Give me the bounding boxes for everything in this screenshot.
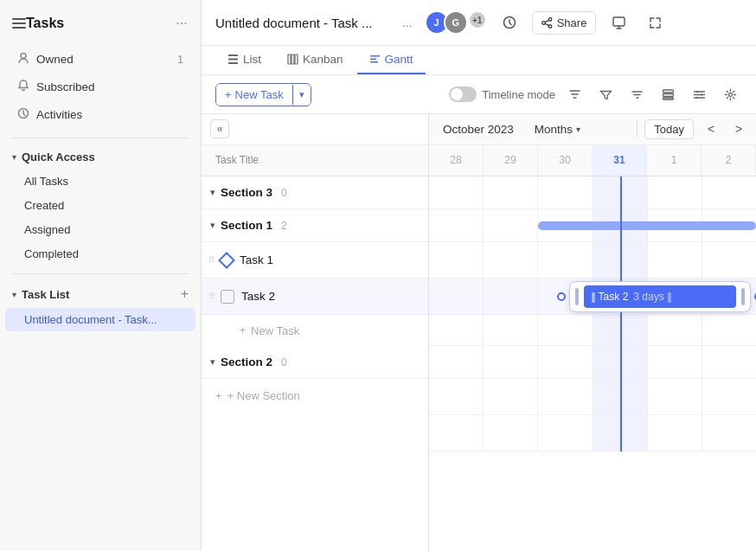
tab-list-label: List: [243, 53, 261, 66]
toggle-knob: [451, 88, 463, 100]
topbar: Untitled document - Task ... ... J G +1 …: [202, 0, 756, 46]
task-2-bar-fill[interactable]: ‖ Task 2 3 days ‖: [584, 285, 736, 308]
sidebar-item-owned[interactable]: Owned 1: [5, 46, 195, 73]
gantt-empty-row-1: [429, 379, 756, 415]
sort-icon[interactable]: [625, 82, 649, 106]
gantt-body-rows: →: [429, 176, 756, 452]
new-task-inline-label[interactable]: New Task: [251, 324, 299, 337]
tab-kanban[interactable]: Kanban: [275, 46, 356, 74]
task-2-row: ⠿ Task 2: [202, 279, 428, 315]
gantt-new-task-row: [429, 315, 756, 346]
avatar-extra-count: +1: [468, 10, 487, 29]
day-col-28: 28: [429, 145, 484, 176]
tab-list[interactable]: List: [215, 46, 273, 74]
month-selector[interactable]: October 2023: [436, 120, 521, 138]
task-2-resize-left[interactable]: [575, 288, 579, 305]
gantt-cell-s3-30: [538, 176, 593, 208]
quick-access-items: All Tasks Created Assigned Completed: [0, 169, 201, 266]
quick-access-header[interactable]: ▾ Quick Access: [0, 145, 201, 169]
gantt-container: « Task Title ▾ Section 3 0 ▾ Sect: [202, 114, 756, 551]
section-1-bar[interactable]: [538, 221, 756, 230]
task-list-panel: « Task Title ▾ Section 3 0 ▾ Sect: [202, 114, 429, 551]
svg-rect-1: [12, 22, 26, 24]
expand-button[interactable]: [641, 9, 669, 36]
task-2-resize-right[interactable]: [741, 288, 745, 305]
timeline-mode-label: Timeline mode: [482, 88, 555, 101]
sidebar-divider-2: [12, 273, 189, 274]
sidebar-item-subscribed[interactable]: Subscribed: [5, 74, 195, 100]
completed-label: Completed: [24, 247, 79, 260]
task-2-handle-left[interactable]: [557, 292, 566, 301]
document-title: Untitled document - Task ...: [215, 16, 388, 30]
svg-rect-13: [288, 54, 291, 64]
gantt-task-1-row: [429, 242, 756, 279]
settings-icon[interactable]: [718, 82, 742, 106]
new-section-row[interactable]: + + New Section: [202, 379, 428, 412]
task-2-name: Task 2: [241, 290, 275, 303]
history-button[interactable]: [496, 9, 523, 36]
gantt-cell-t1-2: [702, 242, 756, 278]
task-2-drag[interactable]: ⠿: [208, 292, 221, 301]
section-2-row: ▾ Section 2 0: [202, 346, 428, 379]
svg-rect-11: [228, 59, 238, 61]
svg-point-3: [21, 54, 26, 59]
task-2-bar-card[interactable]: ‖ Task 2 3 days ‖: [569, 281, 751, 312]
quick-access-title: Quick Access: [22, 151, 189, 163]
svg-point-8: [548, 24, 552, 28]
avatars-group: J G +1: [430, 10, 487, 35]
new-task-main-btn[interactable]: + New Task: [216, 84, 292, 106]
task-2-bar-container[interactable]: ‖ Task 2 3 days ‖: [557, 281, 757, 312]
gantt-cell-s3-29: [484, 176, 538, 208]
section-3-chevron[interactable]: ▾: [210, 187, 215, 198]
avatar-g: G: [444, 10, 468, 35]
view-selector[interactable]: Months ▾: [528, 120, 587, 138]
sidebar-item-assigned[interactable]: Assigned: [5, 218, 195, 241]
topbar-more-button[interactable]: ...: [397, 14, 418, 31]
task-list-items: Untitled document - Task...: [0, 307, 201, 332]
chevron-down-icon-2: ▾: [12, 290, 16, 299]
sidebar-owned-count: 1: [177, 54, 183, 66]
share-button[interactable]: Share: [532, 11, 597, 35]
timeline-mode-toggle[interactable]: Timeline mode: [449, 86, 555, 102]
sidebar-item-created[interactable]: Created: [5, 194, 195, 217]
timeline-toggle-switch[interactable]: [449, 86, 477, 102]
new-task-chevron-btn[interactable]: ▾: [292, 85, 311, 105]
new-task-button[interactable]: + New Task ▾: [215, 83, 311, 106]
sidebar-item-completed[interactable]: Completed: [5, 242, 195, 266]
gantt-cell-t2-28: [429, 279, 484, 314]
section-3-row: ▾ Section 3 0: [202, 176, 428, 209]
new-task-plus-icon: +: [240, 324, 246, 336]
gantt-prev-arrow[interactable]: <: [701, 119, 721, 139]
filter-settings-icon[interactable]: [562, 82, 586, 106]
present-button[interactable]: [605, 9, 632, 36]
sidebar-item-activities[interactable]: Activities: [5, 101, 195, 128]
sidebar-menu-icon[interactable]: [12, 16, 26, 30]
sidebar-item-untitled-doc[interactable]: Untitled document - Task...: [5, 308, 195, 331]
section-2-count: 0: [281, 356, 287, 368]
gantt-cell-t1-1: [648, 242, 702, 278]
today-button[interactable]: Today: [644, 119, 694, 139]
sidebar-item-all-tasks[interactable]: All Tasks: [5, 170, 195, 193]
task-1-diamond: [218, 252, 235, 269]
gantt-cell-s1-28: [429, 209, 484, 241]
section-2-chevron[interactable]: ▾: [210, 356, 215, 368]
task-list-header-section[interactable]: ▾ Task List +: [0, 281, 201, 307]
fields-icon[interactable]: [656, 82, 680, 106]
sidebar-more-icon[interactable]: ···: [175, 16, 189, 30]
tab-gantt[interactable]: Gantt: [357, 46, 426, 74]
task-2-bar-label: ‖ Task 2: [591, 291, 629, 303]
add-task-list-icon[interactable]: +: [181, 286, 189, 302]
filter-icon[interactable]: [593, 82, 618, 106]
section-1-count: 2: [281, 220, 287, 232]
collapse-button[interactable]: «: [210, 119, 229, 138]
sidebar-divider: [12, 138, 189, 138]
svg-rect-19: [663, 90, 673, 93]
customize-icon[interactable]: [687, 82, 711, 106]
section-1-chevron[interactable]: ▾: [210, 220, 215, 231]
new-section-label: + New Section: [227, 389, 300, 402]
bell-icon: [17, 80, 29, 94]
view-tabs: List Kanban Gantt: [202, 46, 756, 75]
gantt-next-arrow[interactable]: >: [728, 119, 749, 139]
day-col-31: 31: [593, 145, 647, 176]
task-2-checkbox[interactable]: [221, 290, 234, 304]
